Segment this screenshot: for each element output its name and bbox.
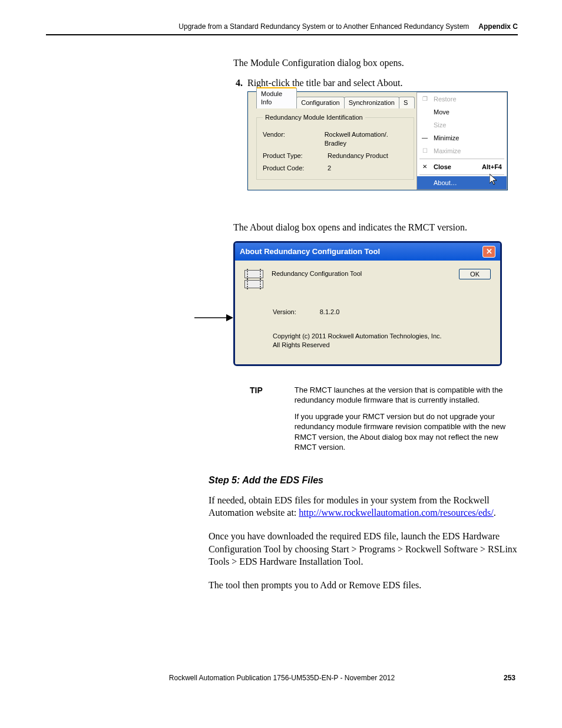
identification-fieldset: Redundancy Module Identification Vendor:… [256, 113, 414, 180]
product-code-label: Product Code: [263, 164, 328, 173]
product-code-value: 2 [328, 164, 331, 173]
version-value: 8.1.2.0 [320, 308, 340, 315]
tip-paragraph-1: The RMCT launches at the version that is… [295, 385, 518, 406]
intro-text-2: The About dialog box opens and indicates… [233, 221, 518, 234]
menu-close[interactable]: ✕ Close Alt+F4 [417, 160, 507, 173]
about-app-name: Redundancy Configuration Tool [272, 269, 451, 277]
page-footer: Rockwell Automation Publication 1756-UM5… [46, 674, 518, 682]
chip-icon [244, 280, 263, 288]
running-header: Upgrade from a Standard Redundancy Syste… [46, 22, 518, 35]
about-dialog: About Redundancy Configuration Tool ✕ Re… [233, 241, 502, 366]
eds-link[interactable]: http://www.rockwellautomation.com/resour… [299, 508, 493, 518]
menu-restore[interactable]: ❐ Restore [417, 93, 507, 106]
vendor-value: Rockwell Automation/. Bradley [325, 130, 408, 148]
intro-text-1: The Module Configuration dialog box open… [233, 57, 518, 70]
tab-synchronization[interactable]: Synchronization [344, 97, 399, 108]
about-dialog-title: About Redundancy Configuration Tool [240, 247, 380, 256]
eds-paragraph-1: If needed, obtain EDS files for modules … [209, 494, 518, 519]
tabs-row: Module Info Configuration Synchronizatio… [256, 97, 414, 108]
page-number: 253 [504, 674, 515, 682]
svg-marker-1 [226, 314, 233, 321]
tip-label: TIP [250, 385, 263, 459]
chip-icon [244, 270, 263, 278]
close-icon: ✕ [421, 163, 429, 171]
menu-minimize[interactable]: — Minimize [417, 131, 507, 144]
pointer-arrow-icon [194, 312, 233, 324]
tab-module-info[interactable]: Module Info [256, 87, 297, 109]
menu-move[interactable]: Move [417, 106, 507, 118]
cursor-icon [490, 174, 499, 189]
header-appendix: Appendix C [478, 22, 518, 31]
menu-size[interactable]: Size [417, 118, 507, 131]
app-icon [244, 269, 263, 288]
version-label: Version: [273, 308, 296, 315]
tip-paragraph-2: If you upgrade your RMCT version but do … [295, 411, 518, 453]
ok-button[interactable]: OK [459, 269, 491, 279]
product-type-label: Product Type: [263, 151, 328, 160]
tab-partial[interactable]: S [399, 97, 415, 108]
step-4-row: 4. Right-click the title bar and select … [233, 77, 518, 210]
maximize-icon: ☐ [421, 147, 429, 155]
header-chapter: Upgrade from a Standard Redundancy Syste… [178, 22, 469, 31]
step-text: Right-click the title bar and select Abo… [247, 78, 402, 88]
publication-id: Rockwell Automation Publication 1756-UM5… [169, 674, 395, 682]
fieldset-legend: Redundancy Module Identification [263, 113, 365, 122]
restore-icon: ❐ [421, 95, 429, 103]
product-type-value: Redundancy Product [328, 151, 388, 160]
tip-block: TIP The RMCT launches at the version tha… [250, 385, 518, 459]
minimize-icon: — [421, 134, 429, 142]
eds-paragraph-3: The tool then prompts you to Add or Remo… [209, 579, 518, 592]
menu-separator [419, 159, 504, 159]
copyright-text: Copyright (c) 2011 Rockwell Automation T… [273, 332, 491, 350]
step-number: 4. [233, 77, 243, 210]
close-button[interactable]: ✕ [482, 246, 495, 258]
menu-maximize[interactable]: ☐ Maximize [417, 144, 507, 157]
eds-paragraph-2: Once you have downloaded the required ED… [209, 530, 518, 568]
step-5-heading: Step 5: Add the EDS Files [209, 475, 518, 486]
module-config-window: Module Info Configuration Synchronizatio… [247, 91, 508, 190]
vendor-label: Vendor: [263, 130, 325, 148]
tab-configuration[interactable]: Configuration [296, 97, 344, 108]
